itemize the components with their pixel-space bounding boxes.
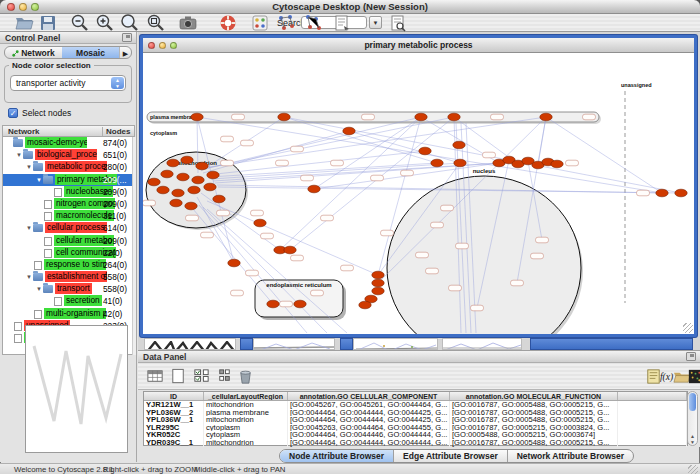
attribute-table-header[interactable]: ID _cellularLayoutRegion annotation.GO C… xyxy=(144,392,687,401)
background-window[interactable] xyxy=(253,338,335,350)
gene-node-highlighted xyxy=(656,189,668,197)
tab-mosaic[interactable]: Mosaic xyxy=(62,47,119,58)
birdseye-view[interactable] xyxy=(25,325,128,453)
tree-scrollbar[interactable] xyxy=(132,137,136,355)
gene-node-highlighted xyxy=(181,156,193,164)
background-window[interactable] xyxy=(353,338,438,350)
endoplasmic-reticulum-label: endoplasmic reticulum xyxy=(266,282,331,288)
snapshot-icon[interactable] xyxy=(178,13,198,33)
network-canvas[interactable]: plasma membranecytoplasmmitochondrionnuc… xyxy=(143,53,694,334)
attr-grid-icon[interactable] xyxy=(215,367,234,386)
search-dropdown-button[interactable]: ▼ xyxy=(369,16,382,29)
gene-node xyxy=(231,290,244,296)
file-icon xyxy=(44,212,52,221)
gene-node xyxy=(201,232,214,238)
background-window[interactable] xyxy=(144,338,236,350)
edge xyxy=(205,117,421,169)
gene-node xyxy=(217,210,230,216)
tree-expand-icon[interactable]: ▼ xyxy=(35,283,43,295)
tab-network-attribute-browser[interactable]: Network Attribute Browser xyxy=(508,450,633,462)
background-window-edge[interactable] xyxy=(340,338,353,350)
window-resize-grip[interactable] xyxy=(688,465,698,474)
tree-row-metabolic-process[interactable]: ▼metabolic process280(0) xyxy=(3,161,134,173)
attribute-browser-tabs: Node Attribute BrowserEdge Attribute Bro… xyxy=(279,449,634,463)
float-panel-icon[interactable] xyxy=(122,33,132,42)
edge xyxy=(349,131,460,163)
table-cell: YPL036W__1 xyxy=(144,416,204,424)
table-row[interactable]: YPL036W__2plasma membrane[GO:0044464, GO… xyxy=(144,409,687,417)
table-row[interactable]: YKR052Ccytoplasm[GO:0044464, GO:0044446,… xyxy=(144,431,687,439)
tree-row-count: 558(0) xyxy=(103,271,127,283)
tree-row-multi-organism-pro[interactable]: multi-organism pro42(0) xyxy=(3,308,134,320)
table-row[interactable]: YDR039C__1mitochondrion[GO:0044464, GO:0… xyxy=(144,439,687,447)
layout-b-icon[interactable] xyxy=(304,13,324,33)
attr-table-icon[interactable] xyxy=(146,367,165,386)
tree-row-primary-metabo[interactable]: ▼primary metabo209(... xyxy=(3,174,134,186)
unassigned-label: unassigned xyxy=(621,82,652,88)
float-panel-icon[interactable] xyxy=(686,352,696,361)
node-color-dropdown[interactable]: transporter activity ▲▼ xyxy=(10,75,126,91)
help-ring-icon[interactable] xyxy=(218,13,238,33)
folder-icon xyxy=(43,176,53,184)
select-attrs-icon[interactable] xyxy=(192,367,211,386)
index-search-icon[interactable] xyxy=(388,13,408,33)
tree-row-nucleobase-[interactable]: nucleobase-209(0) xyxy=(3,186,134,198)
annotation-icon[interactable] xyxy=(332,13,352,33)
tree-row-secretion[interactable]: secretion41(0) xyxy=(3,295,134,307)
tree-expand-icon[interactable]: ▼ xyxy=(25,271,33,283)
file-icon xyxy=(44,249,52,258)
delete-attr-icon[interactable] xyxy=(236,367,255,386)
vizmapper-icon[interactable] xyxy=(250,13,270,33)
tree-row-count: 42(0) xyxy=(103,308,122,320)
zoom-out-icon[interactable] xyxy=(70,13,90,33)
tree-expand-icon[interactable]: ▼ xyxy=(15,149,23,161)
background-window-edge[interactable] xyxy=(240,338,253,350)
tree-row-label: response to stimulu xyxy=(44,259,106,270)
table-scrollbar[interactable]: ▲▼ xyxy=(687,391,698,446)
more-tabs-icon[interactable]: ▶ xyxy=(119,47,131,58)
table-row[interactable]: YJR121W__1mitochondrion[GO:0045267, GO:0… xyxy=(144,401,687,409)
tree-row-biological-process[interactable]: ▼biological_process651(0) xyxy=(3,149,134,161)
tree-expand-icon[interactable]: ▼ xyxy=(25,222,33,234)
tree-row-response-to-stimulu[interactable]: response to stimulu264(0) xyxy=(3,259,134,271)
network-view-title: primary metabolic process xyxy=(143,40,694,50)
tree-row-transport[interactable]: ▼transport558(0) xyxy=(3,283,134,295)
gene-node xyxy=(291,146,304,152)
save-icon[interactable] xyxy=(38,13,58,33)
new-attr-icon[interactable] xyxy=(169,367,188,386)
frame-resize-grip[interactable] xyxy=(683,323,693,333)
zoom-in-icon[interactable] xyxy=(95,13,115,33)
network-view-titlebar[interactable]: primary metabolic process xyxy=(143,38,694,53)
select-nodes-checkbox[interactable]: ✓ xyxy=(8,108,18,118)
scrollbar-thumb[interactable] xyxy=(689,393,696,411)
network-graph: plasma membranecytoplasmmitochondrionnuc… xyxy=(143,53,694,334)
background-window[interactable] xyxy=(442,338,522,350)
scrollbar-arrows[interactable]: ▲▼ xyxy=(688,433,697,445)
tree-row-macromolecule[interactable]: macromolecule311(0) xyxy=(3,210,134,222)
tree-row-cellular-process[interactable]: ▼cellular process614(0) xyxy=(3,222,134,234)
tree-row-nitrogen-compo[interactable]: nitrogen compo209(0) xyxy=(3,198,134,210)
tree-row-cellular-metabo[interactable]: cellular metabo209(0) xyxy=(3,235,134,247)
data-panel-toolbar: f(x) xyxy=(138,364,700,390)
table-row[interactable]: YLR295Ccytoplasm[GO:0045263, GO:0044464,… xyxy=(144,424,687,432)
tree-row-mosaic-demo-yeast[interactable]: mosaic-demo-yeast874(0) xyxy=(3,137,134,149)
tab-network[interactable]: Network xyxy=(5,47,62,58)
table-row[interactable]: YPL036W__1mitochondrion[GO:0044464, GO:0… xyxy=(144,416,687,424)
gene-node xyxy=(251,210,264,216)
tree-row-cell-communicat[interactable]: cell communicat22(0) xyxy=(3,247,134,259)
file-icon xyxy=(44,237,52,246)
tab-node-attribute-browser[interactable]: Node Attribute Browser xyxy=(280,450,394,462)
tree-expand-icon[interactable]: ▼ xyxy=(25,161,33,173)
layout-a-icon[interactable] xyxy=(276,13,296,33)
tree-row-establishment-of-lo[interactable]: ▼establishment of lo558(0) xyxy=(3,271,134,283)
file-icon xyxy=(14,334,22,343)
gene-node-highlighted xyxy=(343,127,355,135)
gene-node xyxy=(431,222,444,228)
zoom-selected-icon[interactable] xyxy=(146,13,166,33)
zoom-fit-icon[interactable] xyxy=(120,13,140,33)
background-window-edge[interactable] xyxy=(530,338,693,350)
matrix-icon[interactable] xyxy=(686,367,700,386)
tab-edge-attribute-browser[interactable]: Edge Attribute Browser xyxy=(394,450,508,462)
tree-expand-icon[interactable]: ▼ xyxy=(35,174,43,186)
open-folder-icon[interactable] xyxy=(14,13,34,33)
